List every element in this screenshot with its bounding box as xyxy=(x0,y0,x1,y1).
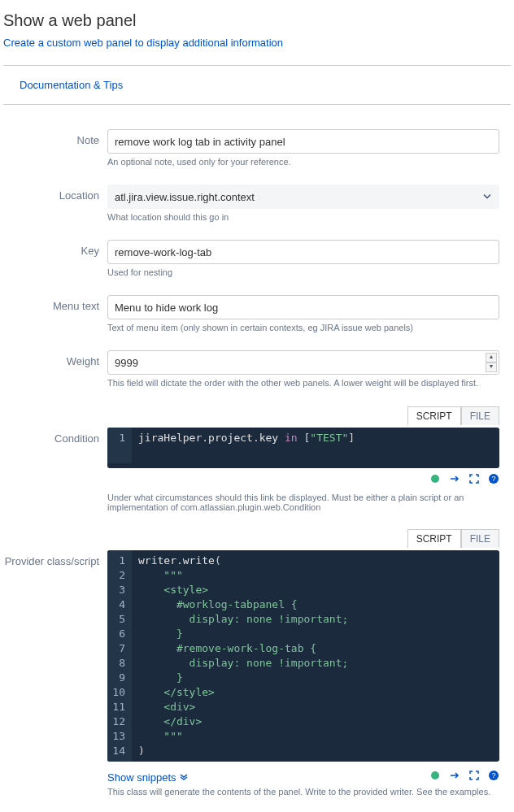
status-dot-icon xyxy=(429,473,441,484)
page-subtitle: Create a custom web panel to display add… xyxy=(3,37,511,49)
weight-label: Weight xyxy=(3,350,107,402)
svg-text:?: ? xyxy=(491,771,495,779)
tab-script[interactable]: SCRIPT xyxy=(407,406,461,425)
condition-label: Condition xyxy=(3,428,107,525)
key-help: Used for nesting xyxy=(107,267,499,277)
documentation-tips-section[interactable]: Documentation & Tips xyxy=(3,65,511,105)
location-help: What location should this go in xyxy=(107,212,499,222)
location-select[interactable]: atl.jira.view.issue.right.context xyxy=(107,185,499,209)
run-arrow-icon[interactable] xyxy=(449,473,460,484)
menu-text-help: Text of menu item (only shown in certain… xyxy=(107,323,499,332)
chevron-double-down-icon xyxy=(180,771,188,784)
help-icon[interactable]: ? xyxy=(488,473,499,484)
note-label: Note xyxy=(3,129,107,181)
weight-help: This field will dictate the order with t… xyxy=(107,378,499,388)
note-input[interactable] xyxy=(107,129,499,154)
weight-spinner[interactable]: ▲ ▼ xyxy=(486,353,497,372)
svg-text:?: ? xyxy=(491,475,495,483)
condition-editor[interactable]: 1 jiraHelper.project.key in ["TEST"] xyxy=(107,428,499,468)
help-icon[interactable]: ? xyxy=(488,770,499,781)
run-arrow-icon[interactable] xyxy=(449,770,460,781)
menu-text-label: Menu text xyxy=(3,295,107,347)
key-input[interactable] xyxy=(107,240,499,264)
weight-input[interactable] xyxy=(107,350,499,375)
status-dot-icon xyxy=(429,770,441,781)
condition-help: Under what circumstances should this lin… xyxy=(107,493,499,512)
provider-editor[interactable]: 1 2 3 4 5 6 7 8 9 10 11 12 13 14 xyxy=(107,550,499,762)
provider-label: Provider class/script xyxy=(3,550,107,811)
spinner-down-icon[interactable]: ▼ xyxy=(486,363,497,372)
expand-icon[interactable] xyxy=(468,770,480,781)
expand-icon[interactable] xyxy=(468,473,480,484)
show-snippets-link[interactable]: Show snippets xyxy=(107,766,188,784)
menu-text-input[interactable] xyxy=(107,295,499,319)
spinner-up-icon[interactable]: ▲ xyxy=(486,353,497,363)
page-title: Show a web panel xyxy=(3,11,511,30)
provider-help: This class will generate the contents of… xyxy=(107,787,499,797)
key-label: Key xyxy=(3,240,107,292)
tab-script[interactable]: SCRIPT xyxy=(407,529,461,548)
note-help: An optional note, used only for your ref… xyxy=(107,157,499,167)
location-label: Location xyxy=(3,185,107,237)
tab-file[interactable]: FILE xyxy=(461,406,499,425)
tab-file[interactable]: FILE xyxy=(461,529,499,548)
